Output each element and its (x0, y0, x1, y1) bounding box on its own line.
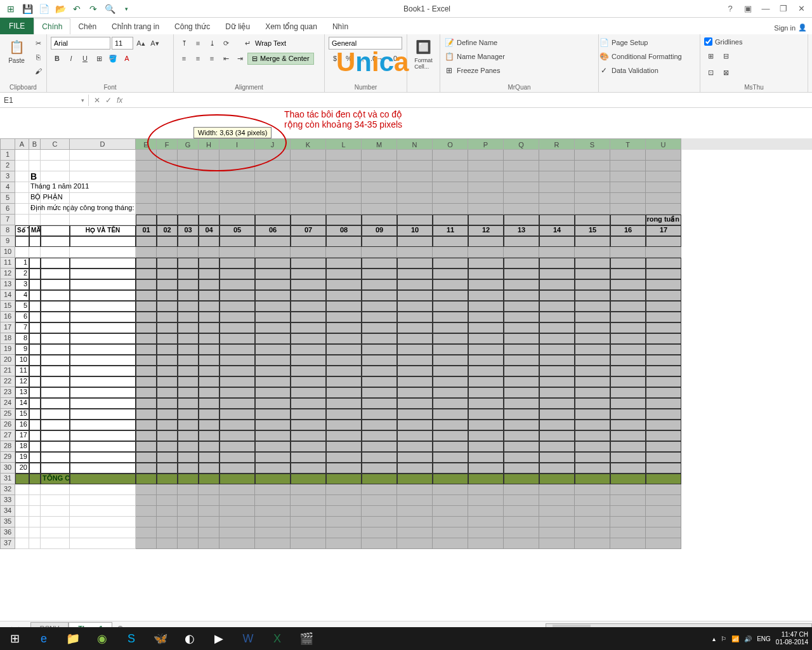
col-header-H[interactable]: H (199, 138, 219, 150)
row-header-15[interactable]: 15 (0, 301, 15, 312)
tray-network-icon[interactable]: 📶 (731, 635, 739, 642)
font-size-select[interactable] (112, 37, 133, 50)
row-header-4[interactable]: 4 (0, 182, 15, 193)
skype-icon[interactable]: S (117, 627, 146, 650)
name-box[interactable]: E1 (0, 95, 89, 106)
select-all-corner[interactable] (0, 138, 15, 150)
new-icon[interactable]: 📄 (38, 3, 49, 15)
row-header-34[interactable]: 34 (0, 506, 15, 517)
misc-icon-4[interactable]: ⊠ (719, 66, 732, 79)
row-header-12[interactable]: 12 (0, 269, 15, 279)
row-header-35[interactable]: 35 (0, 517, 15, 527)
cells-area[interactable]: BTháng 1 năm 2011BỘ PHẬNĐịnh mức ngày cô… (15, 150, 812, 621)
row-header-22[interactable]: 22 (0, 376, 15, 387)
row-header-37[interactable]: 37 (0, 538, 15, 549)
maximize-icon[interactable]: ❐ (775, 2, 792, 16)
bold-button[interactable]: B (51, 52, 63, 65)
col-header-N[interactable]: N (397, 138, 433, 150)
tray-up-icon[interactable]: ▴ (712, 635, 716, 642)
start-button[interactable]: ⊞ (0, 627, 29, 650)
freeze-panes-button[interactable]: ⊞Freeze Panes (444, 65, 500, 76)
italic-button[interactable]: I (65, 52, 77, 65)
row-header-5[interactable]: 5 (0, 193, 15, 204)
row-header-19[interactable]: 19 (0, 344, 15, 355)
row-header-24[interactable]: 24 (0, 398, 15, 409)
col-header-E[interactable]: E (136, 138, 157, 150)
misc-icon-2[interactable]: ⊟ (719, 50, 732, 62)
row-header-11[interactable]: 11 (0, 258, 15, 269)
help-icon[interactable]: ? (722, 2, 738, 16)
col-header-L[interactable]: L (326, 138, 362, 150)
name-manager-button[interactable]: 📋Name Manager (444, 51, 505, 62)
row-header-30[interactable]: 30 (0, 463, 15, 474)
formula-input[interactable] (128, 99, 812, 102)
spreadsheet-grid[interactable]: ABCDEFGHIJKLMNOPQRSTU 123456789101112131… (0, 108, 812, 621)
minimize-icon[interactable]: — (757, 2, 774, 16)
row-header-7[interactable]: 7 (0, 215, 15, 225)
font-name-select[interactable] (51, 37, 110, 50)
row-header-28[interactable]: 28 (0, 441, 15, 452)
col-header-C[interactable]: C (41, 138, 70, 150)
close-icon[interactable]: ✕ (793, 2, 809, 16)
tray-clock[interactable]: 11:47 CH 01-08-2014 (776, 631, 808, 646)
row-header-27[interactable]: 27 (0, 430, 15, 441)
decrease-font-icon[interactable]: A▾ (148, 37, 161, 50)
excel-taskbar-icon[interactable]: X (263, 627, 292, 650)
row-header-9[interactable]: 9 (0, 236, 15, 247)
row-header-2[interactable]: 2 (0, 161, 15, 171)
redo-icon[interactable]: ↷ (88, 3, 99, 15)
decrease-decimal-icon[interactable]: →.0 (384, 52, 397, 65)
col-header-B[interactable]: B (29, 138, 41, 150)
increase-font-icon[interactable]: A▴ (134, 37, 147, 50)
col-header-T[interactable]: T (610, 138, 646, 150)
align-middle-icon[interactable]: ≡ (192, 37, 204, 50)
col-header-S[interactable]: S (575, 138, 610, 150)
undo-icon[interactable]: ↶ (71, 3, 82, 15)
file-tab[interactable]: FILE (0, 18, 34, 34)
format-cell-button[interactable]: 🔲 Format Cell... (411, 37, 436, 71)
tab-home[interactable]: Chính (34, 18, 70, 34)
col-header-P[interactable]: P (468, 138, 504, 150)
align-center-icon[interactable]: ≡ (192, 52, 204, 65)
gridlines-checkbox[interactable]: Gridlines (704, 37, 742, 46)
align-bottom-icon[interactable]: ⤓ (206, 37, 218, 50)
col-header-Q[interactable]: Q (504, 138, 539, 150)
row-header-31[interactable]: 31 (0, 474, 15, 484)
row-header-21[interactable]: 21 (0, 366, 15, 376)
col-header-R[interactable]: R (539, 138, 575, 150)
row-header-1[interactable]: 1 (0, 150, 15, 161)
row-header-13[interactable]: 13 (0, 279, 15, 290)
col-header-O[interactable]: O (433, 138, 468, 150)
col-header-G[interactable]: G (178, 138, 199, 150)
tab-view[interactable]: Nhìn (325, 19, 356, 34)
row-header-3[interactable]: 3 (0, 171, 15, 182)
indent-dec-icon[interactable]: ⇤ (219, 52, 232, 65)
define-name-button[interactable]: 📝Define Name (444, 37, 497, 48)
row-header-17[interactable]: 17 (0, 322, 15, 333)
tray-lang[interactable]: ENG (757, 635, 771, 642)
fill-color-icon[interactable]: 🪣 (107, 52, 119, 65)
column-headers[interactable]: ABCDEFGHIJKLMNOPQRSTU (15, 138, 812, 150)
col-header-D[interactable]: D (70, 138, 136, 150)
col-header-J[interactable]: J (255, 138, 291, 150)
tab-review[interactable]: Xem tổng quan (258, 19, 325, 34)
col-header-A[interactable]: A (15, 138, 29, 150)
align-right-icon[interactable]: ≡ (206, 52, 218, 65)
row-header-10[interactable]: 10 (0, 247, 15, 258)
row-header-36[interactable]: 36 (0, 527, 15, 538)
tray-volume-icon[interactable]: 🔊 (744, 635, 752, 642)
row-header-16[interactable]: 16 (0, 312, 15, 322)
borders-icon[interactable]: ⊞ (93, 52, 105, 65)
wrap-text-button[interactable]: Wrap Text (255, 39, 286, 47)
tray-flag-icon[interactable]: ⚐ (721, 635, 726, 642)
paste-button[interactable]: 📋 Paste (4, 37, 29, 65)
copy-icon[interactable]: ⎘ (32, 51, 44, 63)
row-header-6[interactable]: 6 (0, 204, 15, 215)
tab-formulas[interactable]: Công thức (167, 19, 218, 34)
cut-icon[interactable]: ✂ (32, 37, 44, 50)
indent-inc-icon[interactable]: ⇥ (233, 52, 246, 65)
enter-formula-icon[interactable]: ✓ (105, 96, 112, 105)
app-icon-3[interactable]: ▶ (204, 627, 233, 650)
word-icon[interactable]: W (233, 627, 263, 650)
row-header-18[interactable]: 18 (0, 333, 15, 344)
